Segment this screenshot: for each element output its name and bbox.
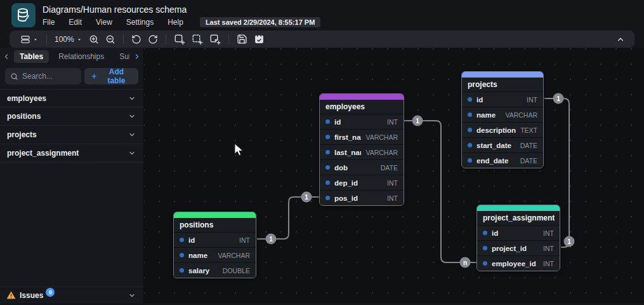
field-name: description <box>476 126 516 134</box>
table-field-row[interactable]: first_nameVARCHAR <box>320 129 404 144</box>
add-area-button[interactable] <box>188 32 206 46</box>
menu-help[interactable]: Help <box>168 18 183 27</box>
cardinality-label: 1 <box>266 234 277 245</box>
zoom-level-value: 100% <box>55 35 74 44</box>
field-type: INT <box>387 194 398 202</box>
field-name: end_date <box>476 157 516 165</box>
search-input[interactable] <box>22 72 76 81</box>
table-field-row[interactable]: salaryDOUBLE <box>174 262 256 278</box>
search-box[interactable] <box>5 68 81 85</box>
tab-relationships[interactable]: Relationships <box>53 50 110 63</box>
table-field-row[interactable]: last_nameVARCHAR <box>320 144 404 159</box>
field-type: DOUBLE <box>223 267 250 274</box>
field-name: employee_id <box>492 260 539 268</box>
table-field-row[interactable]: start_dateDATE <box>462 137 543 152</box>
table-field-row[interactable]: employee_idINT <box>477 255 560 271</box>
sidebar-item-projects[interactable]: projects <box>0 126 143 144</box>
table-projects[interactable]: projectsidINTnameVARCHARdescriptionTEXTs… <box>461 71 544 168</box>
save-button[interactable] <box>233 32 251 46</box>
svg-text:1: 1 <box>567 238 571 245</box>
table-field-row[interactable]: idINT <box>320 114 404 129</box>
table-color-strip <box>477 205 560 211</box>
table-field-row[interactable]: nameVARCHAR <box>462 107 543 122</box>
field-name: id <box>334 118 383 126</box>
zoom-in-button[interactable] <box>86 33 102 46</box>
svg-text:1: 1 <box>556 95 560 102</box>
cardinality-label: n <box>460 257 471 268</box>
field-dot-icon <box>180 253 184 257</box>
menubar: FileEditViewSettingsHelp Last saved 2/29… <box>43 17 320 27</box>
field-name: first_name <box>334 133 361 141</box>
field-name: pos_id <box>334 194 383 202</box>
table-project_assignment[interactable]: project_assignmentidINTproject_idINTempl… <box>476 205 560 271</box>
tabs-scroll-right-icon[interactable] <box>133 53 141 60</box>
table-list: employeespositionsprojectsproject_assign… <box>0 89 143 163</box>
add-note-button[interactable] <box>206 32 224 46</box>
caret-down-icon <box>76 36 82 43</box>
toolbar-separator <box>166 34 166 44</box>
table-field-row[interactable]: end_dateDATE <box>462 152 543 168</box>
menu-edit[interactable]: Edit <box>69 18 82 27</box>
add-table-toolbar-button[interactable] <box>171 32 188 46</box>
field-dot-icon <box>325 135 330 139</box>
relationship-positions_id-employees_pos_id[interactable] <box>257 197 319 239</box>
menu-settings[interactable]: Settings <box>126 18 154 27</box>
table-field-row[interactable]: dep_idINT <box>320 175 404 190</box>
chevron-down-icon <box>128 112 136 120</box>
table-color-strip <box>462 72 543 78</box>
sidebar-item-project_assignment[interactable]: project_assignment <box>0 144 143 163</box>
toolbar-separator <box>46 34 47 44</box>
diagram-canvas[interactable]: 111n11 employeesidINTfirst_nameVARCHARla… <box>144 48 644 303</box>
tabs-strip: TablesRelationshipsSubject Are <box>14 50 129 63</box>
field-name: id <box>476 96 522 104</box>
app-logo-icon[interactable] <box>11 3 36 27</box>
table-field-row[interactable]: descriptionTEXT <box>462 122 543 137</box>
menu-view[interactable]: View <box>96 18 112 27</box>
issues-section[interactable]: Issues 0 <box>0 287 143 303</box>
sidebar-item-positions[interactable]: positions <box>0 107 143 126</box>
table-positions[interactable]: positionsidINTnameVARCHARsalaryDOUBLE <box>173 212 256 278</box>
cardinality-label: 1 <box>564 236 575 247</box>
tab-subject-are[interactable]: Subject Are <box>114 50 129 63</box>
table-field-row[interactable]: nameVARCHAR <box>174 247 256 262</box>
add-table-icon <box>174 34 185 45</box>
field-name: id <box>492 229 539 237</box>
field-type: DATE <box>520 142 537 149</box>
table-field-row[interactable]: pos_idINT <box>320 190 404 205</box>
field-name: last_name <box>334 149 361 156</box>
zoom-out-button[interactable] <box>102 33 119 46</box>
field-name: name <box>476 111 501 119</box>
field-type: INT <box>387 118 398 126</box>
table-field-row[interactable]: idINT <box>462 92 543 107</box>
todo-button[interactable] <box>251 32 268 46</box>
cardinality-label: 1 <box>553 93 564 104</box>
add-table-button[interactable]: Add table <box>84 68 138 85</box>
field-name: dob <box>334 164 376 172</box>
search-icon <box>10 72 18 81</box>
tab-tables[interactable]: Tables <box>14 50 49 63</box>
table-employees[interactable]: employeesidINTfirst_nameVARCHARlast_name… <box>319 93 404 206</box>
table-field-row[interactable]: idINT <box>174 232 256 247</box>
redo-button[interactable] <box>145 33 161 46</box>
field-type: INT <box>387 179 398 187</box>
drawdb-app: Diagrams/Human resources schema FileEdit… <box>0 0 644 305</box>
field-type: TEXT <box>520 126 537 134</box>
toolbar-separator <box>123 34 124 44</box>
table-field-row[interactable]: project_idINT <box>477 240 560 255</box>
table-field-row[interactable]: idINT <box>477 225 560 240</box>
sidebar-tabs: TablesRelationshipsSubject Are <box>0 48 143 64</box>
undo-button[interactable] <box>128 33 145 46</box>
menu-file[interactable]: File <box>43 18 55 27</box>
tabs-scroll-left-icon[interactable] <box>3 53 10 60</box>
field-dot-icon <box>180 238 184 242</box>
diagram-layout-button[interactable] <box>17 33 42 46</box>
add-area-icon <box>192 34 203 45</box>
svg-text:1: 1 <box>305 194 308 201</box>
chevron-down-icon <box>128 149 136 157</box>
collapse-toolbar-button[interactable] <box>613 34 628 45</box>
chevron-down-icon[interactable] <box>128 292 136 299</box>
sidebar-item-employees[interactable]: employees <box>0 89 143 107</box>
table-field-row[interactable]: dobDATE <box>320 159 404 175</box>
cardinality-label: 1 <box>412 116 423 126</box>
zoom-level-dropdown[interactable]: 100% <box>51 34 86 45</box>
